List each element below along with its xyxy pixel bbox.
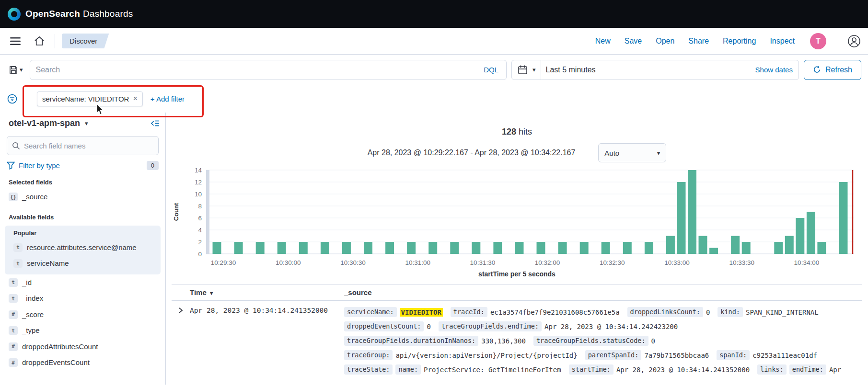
documents-table: Time▼ _source Apr 28, 2023 @ 10:34:14.24… <box>172 285 862 385</box>
nav-link-share[interactable]: Share <box>688 37 709 46</box>
field-key-badge: parentSpanId: <box>585 350 642 360</box>
funnel-icon <box>7 161 15 170</box>
toolbar-separator <box>55 34 55 48</box>
field-item[interactable]: t_type <box>0 322 165 339</box>
opensearch-logo-hole <box>11 11 17 17</box>
chevron-down-icon: ▾ <box>657 149 660 157</box>
field-type-icon: # <box>9 342 18 351</box>
add-filter-button[interactable]: + Add filter <box>150 95 185 103</box>
query-language-button[interactable]: DQL <box>482 66 500 74</box>
field-item[interactable]: tserviceName <box>5 255 161 272</box>
field-key-badge: traceGroupFields.endTime: <box>439 321 542 331</box>
doc-source-cell: serviceName:VIDIEDITORtraceId:ec1a3574fb… <box>344 305 862 376</box>
field-key-badge: droppedLinksCount: <box>627 307 703 317</box>
sort-descending-icon[interactable]: ▼ <box>209 290 214 296</box>
index-pattern-name: otel-v1-apm-span <box>9 118 80 128</box>
field-type-icon: # <box>9 358 18 367</box>
histogram-chart[interactable]: 0246810121410:29:3010:30:0010:30:3010:31… <box>172 165 862 268</box>
svg-text:10:30:30: 10:30:30 <box>340 259 366 266</box>
filter-count-badge: 0 <box>147 161 159 170</box>
chevron-down-icon: ▾ <box>85 120 88 127</box>
field-name-label: resource.attributes.service@name <box>27 243 137 252</box>
remove-filter-icon[interactable]: × <box>133 95 137 102</box>
saved-query-button[interactable]: ▾ <box>7 65 25 75</box>
hits-summary: 128 hits <box>172 127 862 137</box>
brand-title: OpenSearchDashboards <box>25 9 133 19</box>
field-item[interactable]: t_index <box>0 290 165 307</box>
filter-icon[interactable] <box>7 93 18 104</box>
search-input[interactable] <box>36 66 478 74</box>
source-line: traceState:name:ProjectService: GetTimel… <box>344 362 862 376</box>
field-key-badge: traceGroupFields.statusCode: <box>533 336 648 346</box>
field-type-icon: t <box>9 326 18 335</box>
field-name-label: _index <box>22 294 43 303</box>
chevron-down-icon[interactable]: ▾ <box>532 66 536 73</box>
field-type-icon: t <box>13 243 23 252</box>
menu-button[interactable] <box>7 33 24 50</box>
field-value: Apr 28, 2023 @ 10:34:14.241352000 <box>616 366 750 374</box>
svg-text:10: 10 <box>195 191 202 198</box>
field-item[interactable]: #droppedEventsCount <box>0 354 165 371</box>
field-value: Apr <box>829 366 841 374</box>
source-line: traceGroupFields.durationInNanos:330,136… <box>344 333 862 348</box>
account-icon <box>847 34 861 48</box>
svg-text:10:31:30: 10:31:30 <box>470 259 496 266</box>
toolbar-separator-2 <box>839 34 839 48</box>
svg-text:12: 12 <box>195 179 202 186</box>
home-button[interactable] <box>31 33 48 50</box>
field-name-label: _type <box>22 326 40 335</box>
nav-link-open[interactable]: Open <box>656 37 674 46</box>
field-item[interactable]: #_score <box>0 307 165 323</box>
collapse-icon <box>150 119 160 127</box>
field-name-label: _id <box>22 278 32 287</box>
calendar-icon[interactable] <box>518 65 528 75</box>
refresh-button[interactable]: Refresh <box>804 60 861 80</box>
field-name-label: serviceName <box>27 259 69 268</box>
svg-text:8: 8 <box>198 203 202 210</box>
nav-link-reporting[interactable]: Reporting <box>723 37 756 46</box>
selected-fields-list: {}_source <box>0 189 165 205</box>
field-item[interactable]: tresource.attributes.service@name <box>5 239 161 256</box>
nav-link-save[interactable]: Save <box>625 37 642 46</box>
datepicker-separator <box>541 60 541 80</box>
field-item[interactable]: t_id <box>0 274 165 291</box>
interval-value: Auto <box>604 149 619 157</box>
nav-link-inspect[interactable]: Inspect <box>770 37 795 46</box>
nav-link-new[interactable]: New <box>595 37 611 46</box>
expand-row-button[interactable] <box>178 307 184 314</box>
index-pattern-selector[interactable]: otel-v1-apm-span ▾ <box>9 118 88 128</box>
field-type-icon: t <box>9 294 18 303</box>
field-type-icon: {} <box>9 193 18 201</box>
svg-text:Count: Count <box>173 203 180 221</box>
interval-select[interactable]: Auto ▾ <box>598 143 666 162</box>
source-column-header: _source <box>344 288 372 296</box>
search-icon <box>12 142 20 150</box>
filter-pill[interactable]: serviceName: VIDIEDITOR × <box>37 91 143 106</box>
app-header: OpenSearchDashboards <box>0 0 868 28</box>
popular-fields-list: tresource.attributes.service@nametservic… <box>5 239 161 272</box>
user-avatar[interactable]: T <box>810 33 826 49</box>
field-type-icon: t <box>13 259 23 268</box>
query-bar: ▾ DQL ▾ Last 5 minutes Show dates Refres… <box>0 55 868 85</box>
source-line: droppedEventsCount:0traceGroupFields.end… <box>344 319 862 333</box>
breadcrumb-discover[interactable]: Discover <box>62 34 109 48</box>
field-search-input[interactable] <box>24 142 153 150</box>
field-item[interactable]: #droppedAttributesCount <box>0 339 165 355</box>
time-range-value[interactable]: Last 5 minutes <box>546 66 596 74</box>
field-key-badge: kind: <box>718 307 743 317</box>
filter-by-type[interactable]: Filter by type 0 <box>7 161 159 170</box>
time-column-header[interactable]: Time <box>190 288 207 296</box>
show-dates-button[interactable]: Show dates <box>755 66 793 74</box>
field-item[interactable]: {}_source <box>0 189 165 205</box>
popular-fields-panel: Popular tresource.attributes.service@nam… <box>5 226 161 274</box>
field-value: 0 <box>706 308 710 316</box>
svg-text:4: 4 <box>198 227 202 234</box>
field-value: 0 <box>651 337 655 345</box>
refresh-label: Refresh <box>825 66 852 74</box>
field-key-badge: name: <box>395 364 421 375</box>
available-fields-heading: Available fields <box>9 214 157 221</box>
brand-suffix: Dashboards <box>83 9 133 19</box>
account-button[interactable] <box>847 34 861 48</box>
field-key-badge: traceId: <box>451 307 487 317</box>
collapse-sidebar-button[interactable] <box>150 119 160 127</box>
